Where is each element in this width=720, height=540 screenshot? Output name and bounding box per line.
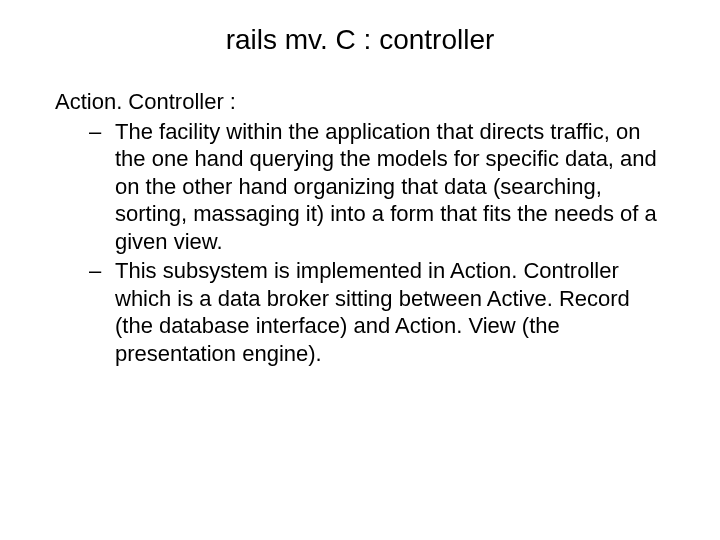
bullet-text: The facility within the application that… bbox=[115, 119, 657, 254]
bullet-text: This subsystem is implemented in Action.… bbox=[115, 258, 630, 366]
list-item: This subsystem is implemented in Action.… bbox=[89, 257, 665, 367]
topic-heading: Action. Controller : bbox=[55, 88, 665, 116]
list-item: The facility within the application that… bbox=[89, 118, 665, 256]
slide-body: Action. Controller : The facility within… bbox=[55, 88, 665, 369]
slide-title: rails mv. C : controller bbox=[0, 24, 720, 56]
slide: rails mv. C : controller Action. Control… bbox=[0, 0, 720, 540]
bullet-list: The facility within the application that… bbox=[89, 118, 665, 368]
